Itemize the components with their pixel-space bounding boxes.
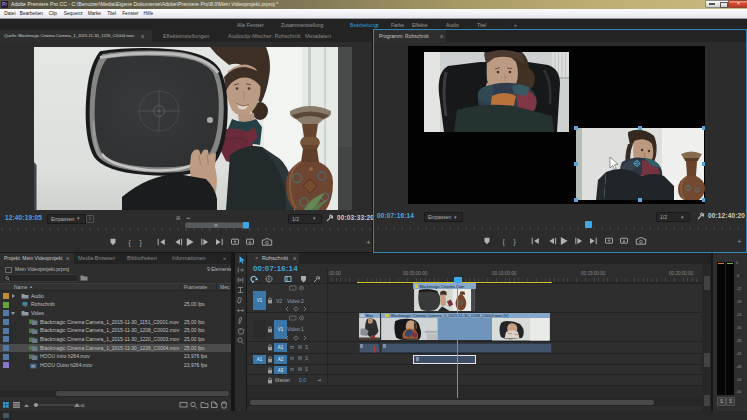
svg-text:+: + <box>366 238 371 247</box>
svg-text:}: } <box>140 238 143 246</box>
svg-text:{: { <box>129 238 132 246</box>
svg-text:+: + <box>737 237 742 246</box>
svg-text:{: { <box>503 238 506 246</box>
svg-text:}: } <box>514 238 517 246</box>
